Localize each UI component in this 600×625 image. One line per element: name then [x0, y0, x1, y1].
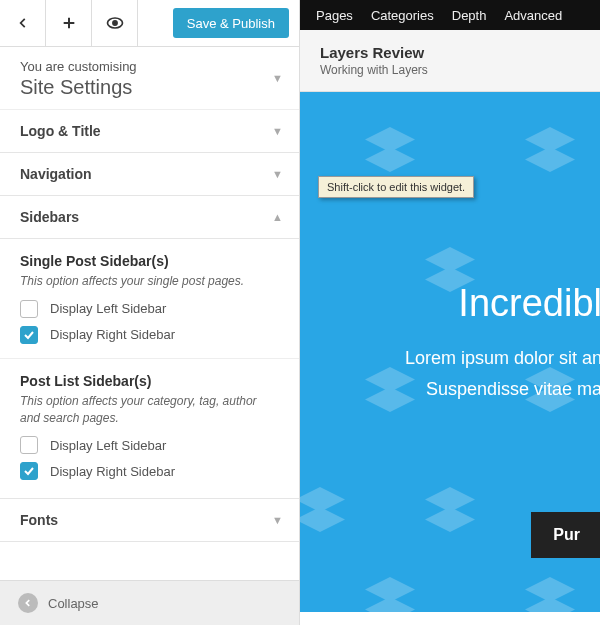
group-desc: This option affects your category, tag, … [20, 393, 279, 427]
accordion-label: Fonts [20, 512, 58, 528]
hero-cta-button[interactable]: Pur [531, 512, 600, 558]
svg-point-3 [112, 21, 116, 25]
checkbox-icon [20, 300, 38, 318]
back-button[interactable] [0, 0, 46, 46]
collapse-label: Collapse [48, 596, 99, 611]
accordion-logo-title[interactable]: Logo & Title ▼ [0, 110, 299, 153]
group-title-post-list: Post List Sidebar(s) [20, 373, 279, 389]
menu-categories[interactable]: Categories [371, 8, 434, 23]
group-desc: This option affects your single post pag… [20, 273, 279, 290]
add-button[interactable] [46, 0, 92, 46]
menu-depth[interactable]: Depth [452, 8, 487, 23]
accordion-navigation[interactable]: Navigation ▼ [0, 153, 299, 196]
chevron-up-icon: ▲ [272, 211, 283, 223]
section-main-title: Site Settings [20, 76, 279, 99]
collapse-icon [18, 593, 38, 613]
save-publish-button[interactable]: Save & Publish [173, 8, 289, 38]
chevron-down-icon: ▼ [272, 514, 283, 526]
chevron-down-icon: ▼ [272, 72, 283, 84]
customizer-panel: Save & Publish You are customising Site … [0, 0, 300, 625]
checkbox-left-sidebar-list[interactable]: Display Left Sidebar [20, 436, 279, 454]
checkbox-right-sidebar-single[interactable]: Display Right Sidebar [20, 326, 279, 344]
accordion-label: Logo & Title [20, 123, 101, 139]
accordion-label: Sidebars [20, 209, 79, 225]
accordion-sidebars[interactable]: Sidebars ▲ [0, 196, 299, 239]
accordion-fonts[interactable]: Fonts ▼ [0, 499, 299, 542]
chevron-down-icon: ▼ [272, 168, 283, 180]
site-tagline: Working with Layers [320, 63, 580, 77]
checkbox-right-sidebar-list[interactable]: Display Right Sidebar [20, 462, 279, 480]
section-title[interactable]: You are customising Site Settings ▼ [0, 47, 299, 110]
section-subtitle: You are customising [20, 59, 279, 74]
checkbox-label: Display Left Sidebar [50, 438, 166, 453]
site-header: Layers Review Working with Layers [300, 30, 600, 92]
menu-pages[interactable]: Pages [316, 8, 353, 23]
checkbox-icon [20, 462, 38, 480]
site-title: Layers Review [320, 44, 580, 61]
hero-widget[interactable]: Incredibl Lorem ipsum dolor sit anSuspen… [300, 92, 600, 612]
group-title-single-post: Single Post Sidebar(s) [20, 253, 279, 269]
checkbox-icon [20, 326, 38, 344]
checkbox-label: Display Left Sidebar [50, 301, 166, 316]
preview-eye-button[interactable] [92, 0, 138, 46]
preview-pane: Pages Categories Depth Advanced Layers R… [300, 0, 600, 625]
checkbox-label: Display Right Sidebar [50, 464, 175, 479]
hero-text: Lorem ipsum dolor sit anSuspendisse vita… [340, 343, 600, 404]
edit-widget-tooltip: Shift-click to edit this widget. [318, 176, 474, 198]
accordion-label: Navigation [20, 166, 92, 182]
collapse-panel[interactable]: Collapse [0, 580, 299, 625]
sidebars-body: Single Post Sidebar(s) This option affec… [0, 239, 299, 499]
hero-title: Incredibl [340, 282, 600, 325]
menu-advanced[interactable]: Advanced [504, 8, 562, 23]
panel-header: Save & Publish [0, 0, 299, 47]
checkbox-icon [20, 436, 38, 454]
checkbox-label: Display Right Sidebar [50, 327, 175, 342]
chevron-down-icon: ▼ [272, 125, 283, 137]
admin-menu-bar: Pages Categories Depth Advanced [300, 0, 600, 30]
checkbox-left-sidebar-single[interactable]: Display Left Sidebar [20, 300, 279, 318]
